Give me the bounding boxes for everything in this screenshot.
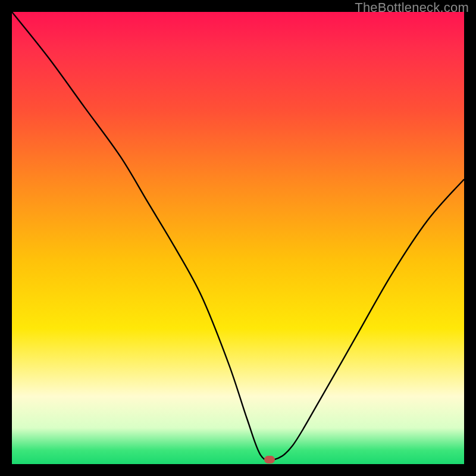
chart-frame: TheBottleneck.com xyxy=(0,0,476,476)
selected-point-marker xyxy=(264,456,275,464)
plot-area xyxy=(12,12,464,464)
bottleneck-curve xyxy=(12,12,464,464)
curve-path xyxy=(12,12,464,461)
